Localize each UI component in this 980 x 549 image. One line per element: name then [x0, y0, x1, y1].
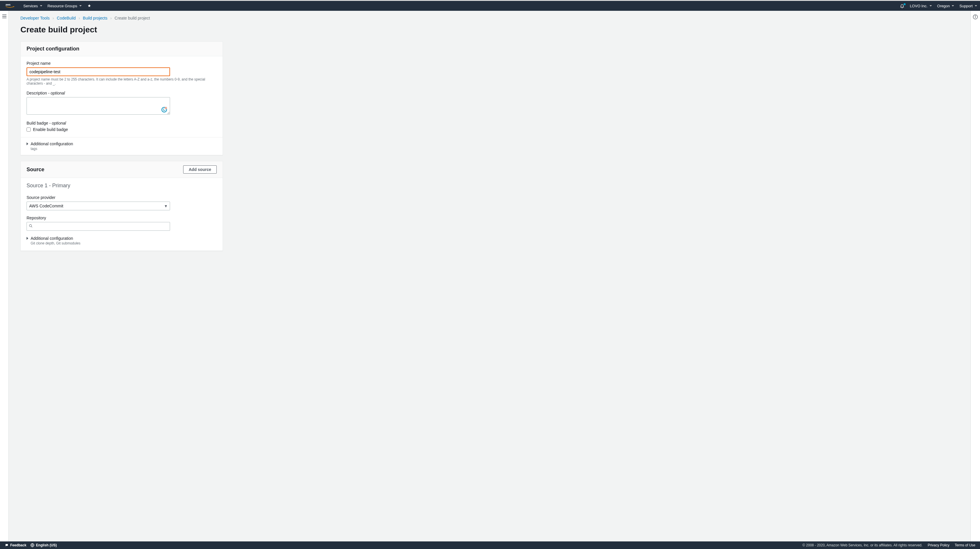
region-label: Oregon	[937, 4, 950, 8]
enable-build-badge-text: Enable build badge	[33, 127, 68, 132]
chevron-down-icon	[40, 5, 42, 6]
chevron-right-icon: ›	[78, 16, 80, 21]
notification-dot-icon	[904, 3, 905, 5]
info-icon[interactable]	[973, 14, 978, 541]
additional-config-sub: tags	[30, 147, 217, 151]
chevron-down-icon	[975, 5, 977, 6]
source-additional-config-expander[interactable]: Additional configuration	[27, 236, 217, 241]
resource-groups-label: Resource Groups	[48, 4, 77, 8]
project-name-label: Project name	[27, 61, 217, 66]
project-name-input[interactable]	[27, 67, 170, 76]
chevron-right-icon: ›	[52, 16, 54, 21]
account-label: LOVO Inc.	[910, 4, 928, 8]
source-additional-config-sub: Git clone depth, Git submodules	[30, 241, 217, 245]
chevron-down-icon	[929, 5, 932, 6]
grammarly-icon[interactable]: !	[161, 107, 167, 113]
source-provider-label: Source provider	[27, 195, 217, 200]
caret-down-icon: ▼	[164, 204, 168, 208]
additional-config-label: Additional configuration	[30, 142, 73, 146]
add-source-button[interactable]: Add source	[183, 165, 217, 173]
caret-right-icon	[27, 142, 28, 145]
project-config-title: Project configuration	[27, 46, 80, 52]
chevron-right-icon: ›	[110, 16, 112, 21]
project-name-hint: A project name must be 2 to 255 characte…	[27, 77, 217, 86]
support-menu[interactable]: Support	[959, 4, 977, 8]
region-menu[interactable]: Oregon	[937, 4, 954, 8]
account-menu[interactable]: LOVO Inc.	[910, 4, 932, 8]
enable-build-badge-checkbox[interactable]	[27, 127, 30, 132]
breadcrumb-build-projects[interactable]: Build projects	[83, 16, 107, 21]
svg-line-5	[31, 226, 32, 227]
breadcrumb-codebuild[interactable]: CodeBuild	[57, 16, 76, 21]
main-content: Developer Tools › CodeBuild › Build proj…	[9, 11, 970, 541]
sidebar-collapsed	[0, 11, 9, 541]
chevron-down-icon	[80, 5, 82, 6]
source-provider-select[interactable]: AWS CodeCommit ▼	[27, 202, 170, 210]
source-panel: Source Add source Source 1 - Primary Sou…	[21, 161, 223, 251]
caret-right-icon	[27, 237, 28, 240]
chevron-down-icon	[952, 5, 954, 6]
svg-text:aws: aws	[6, 3, 11, 6]
notifications-button[interactable]	[900, 3, 904, 8]
search-icon	[29, 224, 33, 229]
source-subheader: Source 1 - Primary	[21, 178, 223, 191]
breadcrumb-current: Create build project	[115, 16, 150, 21]
pin-shortcut-icon[interactable]	[87, 4, 91, 8]
additional-config-expander[interactable]: Additional configuration	[27, 142, 217, 146]
aws-logo-icon: aws	[5, 3, 15, 9]
info-panel-collapsed	[970, 11, 980, 541]
support-label: Support	[959, 4, 973, 8]
page-title: Create build project	[21, 23, 402, 41]
svg-point-4	[29, 224, 32, 227]
source-title: Source	[27, 167, 45, 173]
services-label: Services	[23, 4, 38, 8]
project-configuration-panel: Project configuration Project name A pro…	[21, 41, 223, 155]
services-menu[interactable]: Services	[23, 4, 42, 8]
repository-label: Repository	[27, 216, 217, 220]
source-provider-value: AWS CodeCommit	[29, 204, 63, 208]
breadcrumb-dev-tools[interactable]: Developer Tools	[21, 16, 49, 21]
aws-logo[interactable]: aws	[3, 3, 18, 9]
description-textarea[interactable]	[27, 97, 170, 115]
aws-header: aws Services Resource Groups	[0, 1, 980, 11]
svg-point-8	[975, 16, 975, 16]
repository-input[interactable]	[27, 222, 170, 231]
hamburger-icon[interactable]	[2, 14, 7, 541]
build-badge-label: Build badge - optional	[27, 121, 217, 126]
resource-groups-menu[interactable]: Resource Groups	[48, 4, 82, 8]
description-label: Description - optional	[27, 91, 217, 95]
breadcrumb: Developer Tools › CodeBuild › Build proj…	[21, 14, 402, 23]
source-additional-config-label: Additional configuration	[30, 236, 73, 241]
